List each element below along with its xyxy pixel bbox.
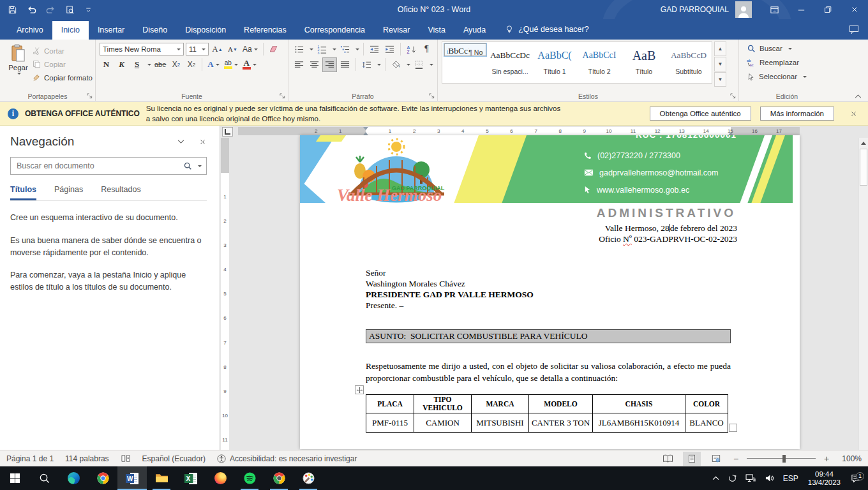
vehicle-table[interactable]: PLACA TIPO VEHICULO MARCA MODELO CHASIS …	[366, 394, 728, 433]
style-normal[interactable]: AaBbCcDc ¶ Normal	[444, 43, 486, 56]
print-layout-icon[interactable]	[683, 452, 701, 466]
tab-revisar[interactable]: Revisar	[374, 21, 419, 40]
file-explorer-icon[interactable]	[147, 466, 176, 490]
ribbon-display-options-icon[interactable]	[761, 0, 788, 19]
spotify-icon[interactable]	[235, 466, 264, 490]
web-layout-icon[interactable]	[707, 452, 725, 466]
edge-icon[interactable]	[59, 466, 88, 490]
style-sin-espaciado[interactable]: AaBbCcDc Sin espaci...	[489, 43, 531, 82]
paint-icon[interactable]	[294, 466, 323, 490]
zoom-out-button[interactable]: −	[731, 454, 740, 464]
horizontal-ruler[interactable]: 2 1 1234567891011121314151617	[238, 126, 858, 136]
excel-icon[interactable]: X	[176, 466, 206, 490]
search-options-chevron-icon[interactable]	[198, 165, 202, 167]
paragraph-dialog-launcher-icon[interactable]	[429, 93, 435, 99]
first-line-indent-marker[interactable]	[363, 127, 368, 130]
tray-sync-icon[interactable]	[724, 474, 741, 482]
shading-icon[interactable]	[389, 58, 403, 71]
styles-more-icon[interactable]: ▼	[714, 72, 726, 87]
replace-button[interactable]: abac Reemplazar	[747, 56, 832, 70]
format-painter-button[interactable]: Copiar formato	[33, 71, 93, 84]
clipboard-dialog-launcher-icon[interactable]	[87, 93, 93, 99]
style-subtitulo[interactable]: AaBbCcD Subtítulo	[668, 43, 710, 82]
print-preview-icon[interactable]	[65, 5, 75, 15]
nav-tab-titulos[interactable]: Títulos	[10, 185, 36, 200]
minimize-icon[interactable]	[788, 0, 814, 19]
more-info-button[interactable]: Más información	[760, 107, 834, 121]
proofing-icon[interactable]	[121, 454, 131, 463]
tab-disposicion[interactable]: Disposición	[176, 21, 235, 40]
action-center-icon[interactable]: 1	[846, 474, 868, 483]
superscript-button[interactable]: X2	[184, 58, 198, 71]
select-button[interactable]: Seleccionar	[747, 70, 832, 84]
language-status[interactable]: Español (Ecuador)	[142, 454, 206, 463]
style-titulo[interactable]: AaB Título	[623, 43, 665, 82]
nav-tab-paginas[interactable]: Páginas	[54, 185, 83, 200]
numbering-icon[interactable]: 123	[315, 43, 329, 56]
tray-network-icon[interactable]	[741, 474, 760, 482]
tab-vista[interactable]: Vista	[419, 21, 454, 40]
font-dialog-launcher-icon[interactable]	[280, 93, 285, 99]
vertical-ruler[interactable]: 1234567891011	[220, 138, 230, 450]
search-icon[interactable]	[183, 161, 192, 170]
tray-chevron-icon[interactable]	[708, 476, 724, 480]
tab-referencias[interactable]: Referencias	[235, 21, 296, 40]
styles-scroll-down-icon[interactable]: ▼	[714, 57, 726, 71]
underline-button[interactable]: S	[130, 58, 144, 71]
zoom-in-button[interactable]: +	[822, 454, 831, 464]
cut-button[interactable]: Cortar	[33, 44, 93, 57]
font-size-select[interactable]: 11	[186, 43, 209, 56]
tab-ayuda[interactable]: Ayuda	[454, 21, 495, 40]
justify-icon[interactable]	[338, 58, 352, 71]
tab-inicio[interactable]: Inicio	[52, 21, 89, 40]
clear-formatting-icon[interactable]	[267, 43, 281, 56]
undo-icon[interactable]	[27, 5, 36, 15]
increase-indent-icon[interactable]	[383, 43, 396, 56]
firefox-icon[interactable]	[206, 466, 235, 490]
vertical-scrollbar[interactable]	[858, 138, 868, 450]
redo-icon[interactable]	[46, 5, 56, 15]
align-right-icon[interactable]	[323, 58, 336, 71]
document-page[interactable]: GAD PARROQUIAL Valle Hermoso RUC : 17681…	[300, 135, 800, 449]
line-spacing-icon[interactable]	[360, 58, 373, 71]
change-case-button[interactable]: Aa	[241, 43, 259, 56]
table-move-handle[interactable]	[355, 385, 364, 394]
chrome-profile-icon[interactable]	[264, 466, 294, 490]
customize-qat-icon[interactable]	[84, 6, 93, 14]
accessibility-status[interactable]: Accesibilidad: es necesario investigar	[217, 454, 357, 463]
highlight-button[interactable]: ab	[223, 58, 239, 71]
sort-icon[interactable]: AZ	[405, 43, 418, 56]
taskbar-search-icon[interactable]	[29, 466, 59, 490]
tab-stop-selector[interactable]	[222, 127, 233, 137]
dismiss-warning-icon[interactable]	[849, 110, 858, 118]
bold-button[interactable]: N	[100, 58, 113, 71]
tray-volume-icon[interactable]	[760, 474, 779, 482]
collapse-ribbon-icon[interactable]	[855, 94, 862, 98]
close-icon[interactable]	[841, 0, 868, 19]
style-titulo-2[interactable]: AaBbCcI Título 2	[578, 43, 620, 82]
styles-scroll-up-icon[interactable]: ▲	[714, 41, 726, 56]
page-count[interactable]: Página 1 de 1	[6, 454, 54, 463]
align-left-icon[interactable]	[292, 58, 306, 71]
font-color-button[interactable]: A	[241, 58, 258, 71]
table-resize-handle[interactable]	[729, 424, 737, 432]
style-titulo-1[interactable]: AaBbC( Título 1	[534, 43, 576, 82]
document-search-box[interactable]	[10, 157, 207, 175]
word-icon[interactable]: W	[117, 466, 147, 490]
word-count[interactable]: 114 palabras	[65, 454, 109, 463]
tab-archivo[interactable]: Archivo	[8, 21, 52, 40]
tell-me-box[interactable]: ¿Qué desea hacer?	[495, 25, 595, 40]
tab-insertar[interactable]: Insertar	[89, 21, 133, 40]
chrome-icon[interactable]	[88, 466, 117, 490]
restore-icon[interactable]	[814, 0, 841, 19]
account-name[interactable]: GAD PARROQUIAL	[661, 5, 729, 14]
show-marks-button[interactable]: ¶	[420, 43, 433, 56]
tab-correspondencia[interactable]: Correspondencia	[296, 21, 374, 40]
text-effects-button[interactable]: A	[206, 58, 220, 71]
scroll-up-icon[interactable]	[859, 138, 868, 148]
strikethrough-button[interactable]: abe	[153, 58, 167, 71]
zoom-level[interactable]: 100%	[837, 454, 862, 463]
pane-close-icon[interactable]	[198, 138, 207, 146]
styles-dialog-launcher-icon[interactable]	[730, 93, 736, 99]
zoom-slider[interactable]	[747, 458, 816, 459]
